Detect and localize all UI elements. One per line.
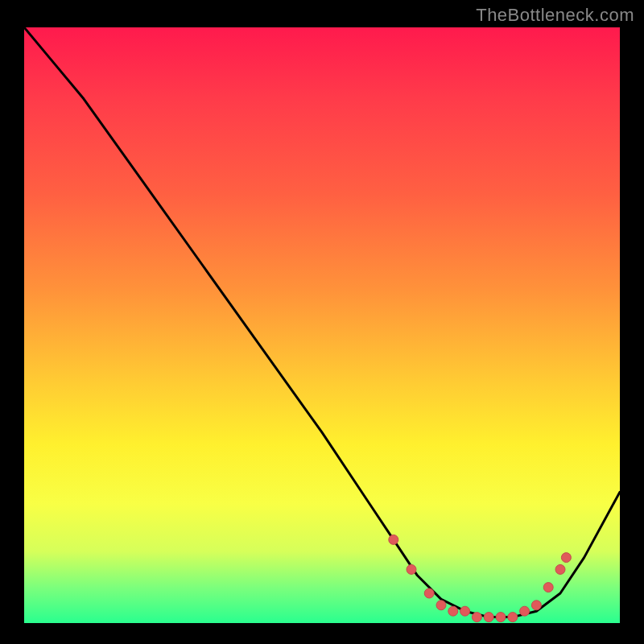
marker-layer [389,535,572,621]
data-marker [496,613,506,622]
chart-frame: TheBottleneck.com [0,0,644,644]
data-marker [543,583,553,592]
plot-area [24,27,620,623]
curve-line [24,27,620,617]
data-marker [460,606,470,616]
data-marker [407,564,416,574]
data-marker [508,613,518,622]
data-marker [448,606,458,616]
data-marker [561,553,571,563]
watermark-text: TheBottleneck.com [476,5,634,26]
data-marker [389,535,398,544]
data-marker [531,601,541,610]
data-marker [424,588,434,598]
data-marker [436,601,446,610]
data-marker [472,613,481,622]
data-marker [520,606,530,616]
data-marker [484,613,493,622]
chart-overlay [24,27,620,623]
data-marker [555,564,565,574]
